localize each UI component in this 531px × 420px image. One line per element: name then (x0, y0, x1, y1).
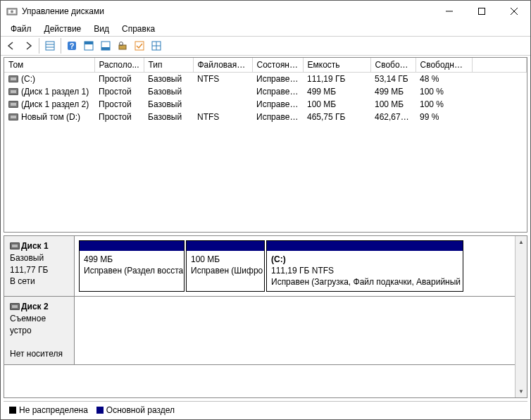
help-button[interactable]: ? (64, 38, 80, 54)
volume-icon (8, 101, 18, 108)
titlebar: Управление дисками (1, 1, 530, 22)
menu-action[interactable]: Действие (39, 23, 87, 35)
col-fs[interactable]: Файловая с... (193, 58, 252, 73)
disk-row: Диск 1 Базовый111,77 ГБВ сети 499 МБИспр… (4, 236, 515, 297)
menubar: Файл Действие Вид Справка (1, 22, 530, 36)
view-grid-button[interactable] (149, 38, 164, 54)
menu-file[interactable]: Файл (5, 23, 37, 35)
col-capacity[interactable]: Емкость (303, 58, 370, 73)
svg-text:?: ? (70, 42, 75, 50)
close-button[interactable] (498, 1, 530, 22)
table-row[interactable]: (Диск 1 раздел 1) ПростойБазовый Исправе… (4, 85, 527, 98)
maximize-button[interactable] (466, 1, 498, 22)
svg-rect-13 (85, 42, 93, 44)
volume-icon (8, 88, 18, 95)
forward-button[interactable] (20, 38, 36, 54)
svg-rect-4 (479, 8, 485, 15)
col-freepct[interactable]: Свободно % (416, 58, 472, 73)
check-button[interactable] (132, 38, 147, 54)
view-top-button[interactable] (81, 38, 96, 54)
disk-icon (10, 303, 20, 310)
action-button[interactable] (115, 38, 130, 54)
minimize-button[interactable] (433, 1, 466, 22)
svg-rect-18 (135, 42, 144, 50)
scroll-down-icon[interactable]: ▼ (516, 385, 527, 397)
table-row[interactable]: (C:) ПростойБазовыйNTFS Исправен...111,1… (4, 73, 527, 86)
col-status[interactable]: Состояние (252, 58, 303, 73)
app-icon (6, 6, 18, 17)
legend-unallocated: Не распределена (9, 405, 88, 415)
window-title: Управление дисками (22, 6, 433, 16)
volume-list[interactable]: Том Располо... Тип Файловая с... Состоян… (4, 58, 527, 233)
scroll-up-icon[interactable]: ▲ (516, 236, 527, 248)
partition[interactable]: 100 МБИсправен (Шифро (186, 240, 265, 292)
menu-view[interactable]: Вид (88, 23, 115, 35)
disk-map: Диск 1 Базовый111,77 ГБВ сети 499 МБИспр… (4, 235, 527, 398)
toolbar: ? (1, 36, 530, 56)
col-layout[interactable]: Располо... (94, 58, 144, 73)
legend: Не распределена Основной раздел (4, 401, 527, 418)
legend-primary: Основной раздел (96, 405, 175, 415)
col-volume[interactable]: Том (4, 58, 94, 73)
volume-icon (8, 75, 18, 82)
disk-row: Диск 2 Съемное устроНет носителя (4, 297, 515, 365)
view-list-button[interactable] (42, 38, 58, 54)
disk-label[interactable]: Диск 2 Съемное устроНет носителя (4, 297, 75, 364)
svg-rect-15 (101, 47, 110, 50)
svg-point-2 (11, 11, 13, 13)
back-button[interactable] (4, 38, 19, 54)
disk-management-window: Управление дисками Файл Действие Вид Спр… (0, 0, 531, 420)
disk-icon (10, 242, 20, 249)
view-bottom-button[interactable] (98, 38, 113, 54)
scrollbar[interactable]: ▲ ▼ (515, 236, 527, 397)
partition[interactable]: (C:)111,19 ГБ NTFSИсправен (Загрузка, Фа… (266, 240, 463, 292)
svg-rect-7 (46, 42, 54, 50)
menu-help[interactable]: Справка (116, 23, 161, 35)
disk-label[interactable]: Диск 1 Базовый111,77 ГБВ сети (4, 236, 75, 296)
volume-icon (8, 113, 18, 121)
col-free[interactable]: Свобод... (370, 58, 416, 73)
column-headers[interactable]: Том Располо... Тип Файловая с... Состоян… (4, 58, 527, 73)
svg-rect-16 (119, 45, 126, 49)
table-row[interactable]: Новый том (D:) ПростойБазовыйNTFS Исправ… (4, 111, 527, 123)
col-type[interactable]: Тип (144, 58, 193, 73)
table-row[interactable]: (Диск 1 раздел 2) ПростойБазовый Исправе… (4, 98, 527, 111)
partition[interactable]: 499 МБИсправен (Раздел восста (79, 240, 185, 292)
